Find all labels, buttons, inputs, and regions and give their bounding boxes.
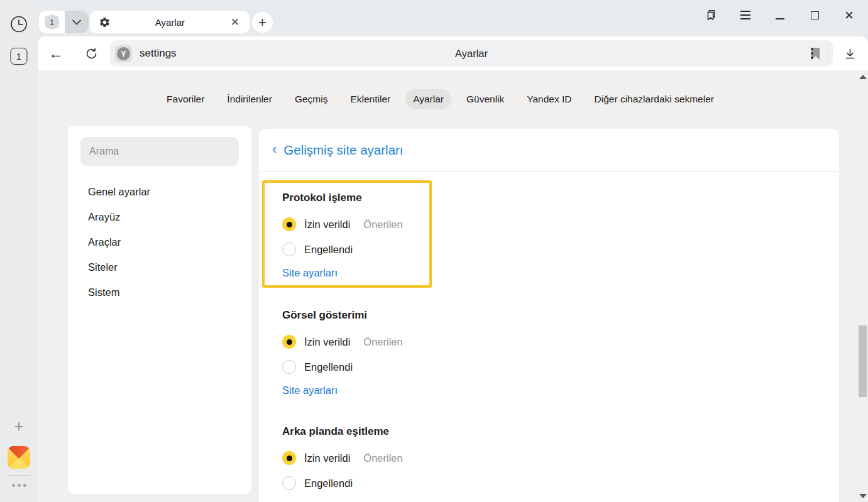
tab-indirilenler[interactable]: İndirilenler <box>219 89 280 109</box>
radio-selected-icon[interactable] <box>282 217 296 231</box>
close-icon[interactable]: ✕ <box>840 6 858 24</box>
radio-unselected-icon[interactable] <box>282 243 296 256</box>
minimize-icon[interactable] <box>771 6 789 24</box>
settings-nav-tabs: Favoriler İndirilenler Geçmiş Eklentiler… <box>38 89 843 109</box>
search-input[interactable] <box>80 137 239 166</box>
url-text[interactable]: settings <box>140 47 177 60</box>
tab-diger-cihazlar[interactable]: Diğer cihazlardaki sekmeler <box>587 89 722 109</box>
history-clock-icon[interactable] <box>11 16 28 33</box>
radio-label: Engellendi <box>304 244 353 256</box>
side-panels-icon[interactable] <box>701 6 719 24</box>
yandex-mail-icon[interactable] <box>8 446 30 469</box>
radio-label: İzin verildi <box>304 336 350 348</box>
settings-main-card: ‹ Gelişmiş site ayarları Protokol işleme… <box>259 129 839 502</box>
chevron-down-icon[interactable] <box>65 11 89 33</box>
radio-option-izin-verildi[interactable]: İzin verildi Önerilen <box>282 445 839 471</box>
section-title: Görsel gösterimi <box>282 309 839 322</box>
highlighted-section-protokol-isleme: Protokol işleme İzin verildi Önerilen En… <box>262 180 432 288</box>
edge-divider <box>8 475 30 476</box>
scrollbar-thumb[interactable] <box>859 325 867 397</box>
settings-page: Favoriler İndirilenler Geçmiş Eklentiler… <box>38 70 868 502</box>
section-title: Protokol işleme <box>282 192 418 204</box>
radio-unselected-icon[interactable] <box>282 476 296 490</box>
radio-option-izin-verildi[interactable]: İzin verildi Önerilen <box>282 329 839 354</box>
gear-icon <box>99 16 111 28</box>
recommended-badge: Önerilen <box>363 336 402 348</box>
menu-icon[interactable] <box>737 6 754 24</box>
recommended-badge: Önerilen <box>363 452 402 464</box>
sidebar-item-siteler[interactable]: Siteler <box>68 254 251 280</box>
radio-label: Engellendi <box>304 361 353 373</box>
sidebar-item-arayuz[interactable]: Arayüz <box>68 204 251 229</box>
site-settings-link[interactable]: Site ayarları <box>282 267 338 279</box>
settings-sections: Protokol işleme İzin verildi Önerilen En… <box>259 172 839 496</box>
toolbar-divider <box>828 46 828 61</box>
advanced-site-settings-header[interactable]: ‹ Gelişmiş site ayarları <box>259 129 839 172</box>
vertical-scrollbar[interactable] <box>857 70 868 502</box>
sidebar-item-araclar[interactable]: Araçlar <box>68 229 251 254</box>
section-gorsel-gosterimi: Görsel gösterimi İzin verildi Önerilen E… <box>259 309 839 396</box>
yandex-y-icon: Y <box>115 45 132 62</box>
tab-group-count-badge: 1 <box>45 14 60 30</box>
tab-yandex-id[interactable]: Yandex ID <box>519 89 579 109</box>
new-tab-button[interactable]: + <box>252 12 273 33</box>
tab-title: Ayarlar <box>111 17 229 28</box>
recommended-badge: Önerilen <box>363 219 402 231</box>
scroll-down-icon[interactable] <box>859 494 867 498</box>
plus-icon[interactable]: + <box>10 417 28 435</box>
tab-group-count-container[interactable]: 1 <box>39 11 65 33</box>
radio-label: İzin verildi <box>304 219 350 231</box>
back-arrow-icon[interactable]: ← <box>45 36 67 70</box>
download-icon[interactable] <box>838 36 861 70</box>
radio-label: Engellendi <box>304 477 353 489</box>
site-settings-link[interactable]: Site ayarları <box>282 385 338 396</box>
browser-toolbar: ← Y settings Ayarlar <box>38 36 868 70</box>
section-arka-planda-esitleme: Arka planda eşitleme İzin verildi Öneril… <box>259 425 839 496</box>
radio-option-engellendi[interactable]: Engellendi <box>282 237 418 262</box>
kebab-menu-icon[interactable] <box>801 36 823 70</box>
settings-menu: Genel ayarlar Arayüz Araçlar Siteler Sis… <box>68 179 251 305</box>
mail-flap <box>8 446 30 459</box>
back-chevron-icon[interactable]: ‹ <box>272 141 277 158</box>
radio-option-engellendi[interactable]: Engellendi <box>282 354 839 379</box>
reload-icon[interactable] <box>80 36 102 70</box>
tab-close-icon[interactable]: ✕ <box>229 17 241 28</box>
radio-option-izin-verildi[interactable]: İzin verildi Önerilen <box>282 212 418 237</box>
sidebar-item-genel-ayarlar[interactable]: Genel ayarlar <box>68 179 251 204</box>
address-bar-page-title: Ayarlar <box>110 48 833 60</box>
tab-gecmis[interactable]: Geçmiş <box>287 89 336 109</box>
section-title: Arka planda eşitleme <box>282 425 839 438</box>
tab-count-badge[interactable]: 1 <box>11 48 28 65</box>
browser-tab-settings[interactable]: Ayarlar ✕ <box>90 11 250 33</box>
tab-group[interactable]: 1 <box>39 11 89 33</box>
radio-selected-icon[interactable] <box>282 335 296 349</box>
radio-label: İzin verildi <box>304 452 350 464</box>
mail-body <box>8 458 30 469</box>
radio-selected-icon[interactable] <box>282 451 296 465</box>
tab-eklentiler[interactable]: Eklentiler <box>343 89 398 109</box>
edge-sidebar: 1 + <box>0 0 38 502</box>
page-title: Gelişmiş site ayarları <box>283 143 403 158</box>
maximize-icon[interactable] <box>806 6 823 24</box>
address-bar[interactable]: Y settings Ayarlar <box>110 40 833 67</box>
more-dots-icon[interactable] <box>8 484 30 487</box>
tab-favoriler[interactable]: Favoriler <box>159 89 212 109</box>
settings-sidebar-card: Genel ayarlar Arayüz Araçlar Siteler Sis… <box>68 126 251 494</box>
tab-ayarlar[interactable]: Ayarlar <box>405 89 451 109</box>
tab-guvenlik[interactable]: Güvenlik <box>459 89 512 109</box>
scroll-up-icon[interactable] <box>859 75 867 79</box>
sidebar-item-sistem[interactable]: Sistem <box>68 280 251 305</box>
tab-strip: 1 Ayarlar ✕ + ✕ <box>38 0 868 36</box>
radio-option-engellendi[interactable]: Engellendi <box>282 471 839 496</box>
radio-unselected-icon[interactable] <box>282 360 296 374</box>
